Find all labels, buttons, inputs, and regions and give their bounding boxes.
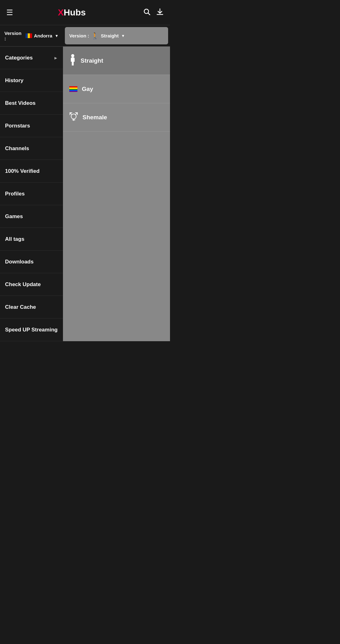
menu-item-best-videos[interactable]: Best Videos — [0, 92, 63, 115]
menu-item-speed-up[interactable]: Speed UP Streaming — [0, 319, 63, 341]
menu-item-profiles[interactable]: Profiles — [0, 183, 63, 205]
menu-label-games: Games — [5, 213, 23, 220]
svg-point-3 — [71, 54, 74, 57]
menu-label-best-videos: Best Videos — [5, 100, 36, 106]
menu-item-categories[interactable]: Categories ► — [0, 47, 63, 69]
version-right-option: Straight — [101, 33, 119, 38]
menu-label-verified: 100% Verified — [5, 168, 40, 174]
menu-item-all-tags[interactable]: All tags — [0, 228, 63, 251]
version-right-label: Version : — [69, 33, 89, 38]
menu-label-categories: Categories — [5, 55, 33, 61]
menu-label-history: History — [5, 77, 24, 84]
right-panel: Straight Gay — [63, 47, 170, 341]
logo-hubs: Hubs — [64, 8, 86, 17]
rainbow-flag-icon — [69, 86, 77, 92]
menu-label-clear-cache: Clear Cache — [5, 304, 36, 310]
version-option-shemale[interactable]: Shemale — [63, 103, 170, 132]
version-right-arrow: ▼ — [121, 34, 125, 38]
menu-label-all-tags: All tags — [5, 236, 24, 242]
categories-arrow-icon: ► — [54, 55, 58, 60]
header-actions — [143, 8, 164, 17]
logo-x: X — [58, 8, 64, 17]
menu-item-pornstars[interactable]: Pornstars — [0, 115, 63, 137]
main-layout: Categories ► History Best Videos Pornsta… — [0, 47, 170, 341]
download-icon[interactable] — [156, 8, 164, 17]
menu-item-downloads[interactable]: Downloads — [0, 251, 63, 273]
straight-person-icon: 🚶 — [91, 32, 99, 40]
menu-label-downloads: Downloads — [5, 259, 34, 265]
version-left-label: Version : — [4, 31, 24, 41]
search-icon[interactable] — [143, 8, 150, 17]
andorra-flag-icon — [26, 33, 32, 38]
menu-item-check-update[interactable]: Check Update — [0, 273, 63, 296]
version-option-gay[interactable]: Gay — [63, 75, 170, 103]
menu-item-history[interactable]: History — [0, 69, 63, 92]
version-left-arrow: ▼ — [55, 34, 59, 38]
menu-item-clear-cache[interactable]: Clear Cache — [0, 296, 63, 319]
straight-icon — [69, 54, 76, 67]
app-logo: XHubs — [1, 8, 143, 18]
version-left[interactable]: Version : Andorra ▼ — [0, 25, 63, 46]
left-menu: Categories ► History Best Videos Pornsta… — [0, 47, 63, 341]
straight-label: Straight — [81, 57, 103, 64]
version-right[interactable]: Version : 🚶 Straight ▼ — [65, 27, 168, 44]
svg-line-1 — [148, 13, 150, 15]
menu-item-games[interactable]: Games — [0, 205, 63, 228]
version-option-straight[interactable]: Straight — [63, 47, 170, 75]
menu-label-speed-up: Speed UP Streaming — [5, 327, 58, 333]
version-row: Version : Andorra ▼ Version : 🚶 Straight… — [0, 25, 170, 47]
menu-label-profiles: Profiles — [5, 191, 25, 197]
menu-label-pornstars: Pornstars — [5, 123, 30, 129]
version-left-country: Andorra — [34, 33, 52, 38]
menu-label-channels: Channels — [5, 145, 29, 152]
gay-label: Gay — [82, 86, 93, 93]
trans-icon — [69, 112, 78, 123]
menu-label-check-update: Check Update — [5, 281, 41, 288]
menu-item-channels[interactable]: Channels — [0, 137, 63, 160]
menu-item-verified[interactable]: 100% Verified — [0, 160, 63, 183]
app-header: ☰ XHubs — [0, 0, 170, 25]
shemale-label: Shemale — [82, 114, 107, 121]
